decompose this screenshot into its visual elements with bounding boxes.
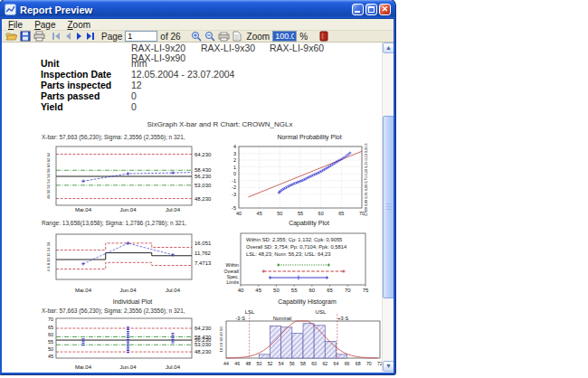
svg-text:Jul.04: Jul.04 xyxy=(166,364,181,370)
page-input[interactable] xyxy=(125,31,157,42)
svg-text:56: 56 xyxy=(289,361,295,366)
field-label: Yield xyxy=(41,101,63,112)
capability-histogram-chart: Capability Histogram LSLUSL-3·SNominal+3… xyxy=(219,298,394,373)
xbar-stats-header: X-bar: 57,663 (56,230); Sigma: 2,3556 (2… xyxy=(40,134,225,143)
menu-page[interactable]: Page xyxy=(33,20,57,30)
field-value: 0 xyxy=(131,101,137,112)
exit-icon[interactable] xyxy=(319,31,328,42)
percent-label: % xyxy=(299,32,308,42)
normal-probability-chart: Normal Probability Plot 4045505560657043… xyxy=(224,134,394,224)
svg-text:-2: -2 xyxy=(232,184,236,190)
svg-text:64: 64 xyxy=(334,361,339,366)
svg-text:50: 50 xyxy=(257,361,262,366)
svg-text:48: 48 xyxy=(245,361,251,366)
zoom-out-icon[interactable] xyxy=(204,31,215,42)
svg-text:0,999 0,99 0,95 0,90 0,75 0,50: 0,999 0,99 0,95 0,90 0,75 0,50 0,25 0,10… xyxy=(365,143,368,216)
print-icon[interactable] xyxy=(33,31,45,42)
previous-page-icon[interactable] xyxy=(64,32,72,41)
svg-text:60: 60 xyxy=(48,332,53,337)
maximize-button[interactable] xyxy=(365,4,377,15)
svg-text:7,4713: 7,4713 xyxy=(194,260,212,266)
last-page-icon[interactable] xyxy=(86,32,96,41)
field-value: 12.05.2004 - 23.07.2004 xyxy=(131,69,234,80)
range-plot: 16,05111,7627,47134 6 8 10 12 14 16Mai.0… xyxy=(40,229,225,299)
svg-text:Nominal: Nominal xyxy=(273,316,292,321)
model-name: RAX-LI-9x60 xyxy=(270,43,324,53)
svg-text:48,230: 48,230 xyxy=(194,196,212,202)
field-label: Parts inspected xyxy=(41,80,111,90)
svg-text:Mai.04: Mai.04 xyxy=(75,364,92,370)
svg-text:55: 55 xyxy=(291,288,298,293)
svg-text:40: 40 xyxy=(238,288,244,293)
field-label: Unit xyxy=(41,58,59,69)
svg-text:65: 65 xyxy=(48,325,53,330)
svg-text:2: 2 xyxy=(233,157,236,163)
vertical-scrollbar[interactable]: ▲ ▼ xyxy=(382,43,394,373)
scroll-down-icon[interactable]: ▼ xyxy=(383,361,394,372)
minimize-button[interactable] xyxy=(352,4,364,15)
section-title: SixGraph X-bar and R Chart: CROWN_NGLx xyxy=(57,120,383,128)
xbar-chart: X-bar: 57,663 (56,230); Sigma: 2,3556 (2… xyxy=(40,134,225,217)
range-chart: Range: 13,658(13,658); Sigma: 1,2786 (1,… xyxy=(40,220,225,303)
report-preview-window: Report Preview ✕ File Page Zoom xyxy=(0,0,395,374)
svg-text:USL: USL xyxy=(316,309,327,315)
svg-text:45: 45 xyxy=(255,288,261,293)
toolbar: Page of 26 Zoom % xyxy=(2,31,394,43)
field-value: 12 xyxy=(131,80,142,90)
svg-text:Overall SD: 3,754; Pp: 0,7104;: Overall SD: 3,754; Pp: 0,7104; Ppk: 0,58… xyxy=(246,244,347,250)
svg-text:Overall: Overall xyxy=(224,269,239,274)
field-value: mm xyxy=(131,58,147,69)
save-icon[interactable] xyxy=(20,31,31,42)
scroll-up-icon[interactable]: ▲ xyxy=(383,43,394,53)
normal-probability-plot: 4045505560657043210-1-2-3-50,999 0,99 0,… xyxy=(224,143,394,221)
svg-text:40: 40 xyxy=(236,211,242,216)
print-setup-icon[interactable] xyxy=(218,32,230,42)
svg-text:0: 0 xyxy=(233,171,236,176)
svg-text:55: 55 xyxy=(48,339,53,345)
svg-text:54: 54 xyxy=(279,361,284,366)
svg-text:50: 50 xyxy=(277,211,282,216)
svg-text:Jul.04: Jul.04 xyxy=(166,288,181,293)
page-setup-icon[interactable] xyxy=(232,31,242,42)
capability-plot: Within SD: 2,355; Cp: 1,132; Cpk: 0,9055… xyxy=(221,229,394,303)
individual-stats-header: X-bar: 57,663 (56,230); Sigma: 2,3556 (2… xyxy=(40,307,225,317)
capability-histogram-plot: LSLUSL-3·SNominal+3·S4446485052545658606… xyxy=(219,307,394,373)
svg-text:Jul.04: Jul.04 xyxy=(166,207,181,213)
first-page-icon[interactable] xyxy=(52,32,62,41)
svg-text:60: 60 xyxy=(309,288,316,293)
svg-text:10 20 30 40 50: 10 20 30 40 50 xyxy=(219,326,223,353)
svg-text:-1: -1 xyxy=(232,178,236,184)
model-name: RAX-LI-9x30 xyxy=(201,43,255,53)
next-page-icon[interactable] xyxy=(75,32,83,41)
svg-text:50: 50 xyxy=(48,346,53,352)
svg-text:Mai.04: Mai.04 xyxy=(75,288,92,293)
svg-text:Within: Within xyxy=(226,262,240,268)
svg-text:-3: -3 xyxy=(232,192,236,197)
zoom-input[interactable] xyxy=(272,31,297,42)
scrollbar-grip xyxy=(386,203,392,212)
normal-probability-title: Normal Probability Plot xyxy=(224,134,394,143)
title-bar[interactable]: Report Preview ✕ xyxy=(0,0,395,19)
svg-text:68: 68 xyxy=(356,361,361,366)
svg-text:66: 66 xyxy=(345,361,350,366)
svg-text:48,230: 48,230 xyxy=(194,349,212,354)
report-page: RAX-LI-9x20 RAX-LI-9x30 RAX-LI-9x60 RAX-… xyxy=(2,43,394,373)
open-icon[interactable] xyxy=(5,31,17,42)
menu-zoom[interactable]: Zoom xyxy=(65,20,92,30)
svg-text:LSL: 48,23; Nom: 56,23; USL: 6: LSL: 48,23; Nom: 56,23; USL: 64,23 xyxy=(246,251,330,257)
maximize-icon xyxy=(368,6,375,13)
svg-text:75: 75 xyxy=(363,288,369,293)
individual-plot: 64,23058,43056,23053,03048,2307065605550… xyxy=(40,317,225,373)
page-label: Page xyxy=(101,32,122,42)
capability-histogram-title: Capability Histogram xyxy=(219,298,394,307)
zoom-in-icon[interactable] xyxy=(191,31,202,42)
menu-file[interactable]: File xyxy=(6,20,24,30)
svg-text:55: 55 xyxy=(298,211,303,216)
svg-text:Limits: Limits xyxy=(226,279,239,285)
svg-text:65: 65 xyxy=(338,211,344,216)
close-button[interactable]: ✕ xyxy=(379,4,391,15)
svg-text:4 6 8 10 12 14 16: 4 6 8 10 12 14 16 xyxy=(46,241,51,271)
scrollbar-thumb[interactable] xyxy=(383,116,394,298)
svg-text:46: 46 xyxy=(234,361,240,366)
svg-text:45: 45 xyxy=(48,354,53,359)
